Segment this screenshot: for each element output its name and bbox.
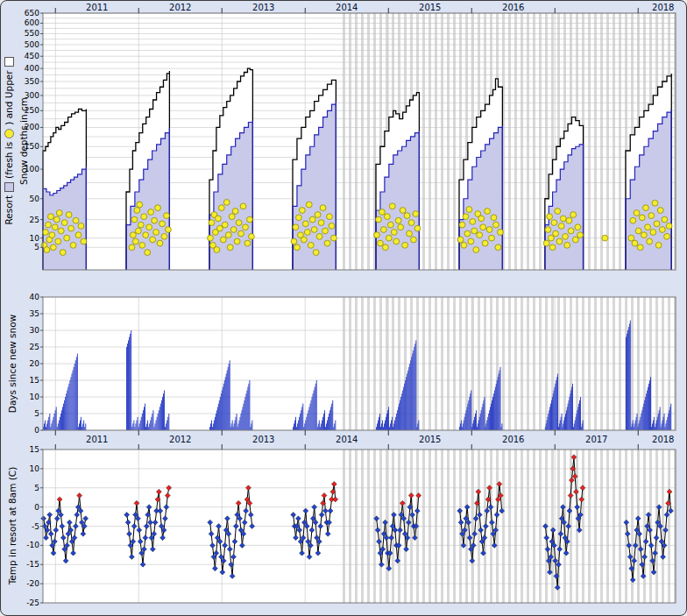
svg-text:600: 600 <box>25 18 39 27</box>
svg-text:10: 10 <box>30 464 40 473</box>
svg-text:0: 0 <box>34 503 39 512</box>
svg-text:2018: 2018 <box>652 3 674 12</box>
svg-text:100: 100 <box>25 165 39 173</box>
svg-text:2018: 2018 <box>652 435 674 444</box>
svg-text:25: 25 <box>30 216 39 224</box>
svg-text:2013: 2013 <box>252 435 274 444</box>
svg-text:2012: 2012 <box>169 3 191 12</box>
svg-text:2015: 2015 <box>419 3 441 12</box>
svg-text:-10: -10 <box>26 541 39 549</box>
svg-text:2014: 2014 <box>336 435 358 444</box>
svg-text:450: 450 <box>25 52 39 60</box>
svg-text:2017: 2017 <box>585 435 607 444</box>
svg-text:0: 0 <box>34 426 39 435</box>
svg-text:-20: -20 <box>26 579 39 588</box>
svg-text:30: 30 <box>30 326 40 335</box>
snow-history-chart: 6506005505004504003503002502001501005025… <box>0 0 687 616</box>
svg-text:500: 500 <box>25 40 39 49</box>
svg-text:2013: 2013 <box>252 3 274 12</box>
svg-text:250: 250 <box>25 106 39 115</box>
svg-text:-15: -15 <box>26 560 39 569</box>
svg-text:400: 400 <box>25 64 39 73</box>
svg-text:15: 15 <box>30 445 39 454</box>
svg-text:650: 650 <box>25 9 39 18</box>
svg-text:350: 350 <box>25 77 39 86</box>
svg-text:-5: -5 <box>32 522 39 531</box>
svg-text:2012: 2012 <box>169 435 191 444</box>
svg-text:2016: 2016 <box>502 435 524 444</box>
svg-text:150: 150 <box>25 142 39 151</box>
svg-text:-25: -25 <box>26 598 39 607</box>
svg-text:2011: 2011 <box>86 435 108 444</box>
svg-text:50: 50 <box>30 195 40 203</box>
svg-text:2014: 2014 <box>336 3 358 12</box>
svg-text:15: 15 <box>30 376 39 385</box>
svg-text:40: 40 <box>30 293 40 301</box>
svg-text:300: 300 <box>25 91 39 100</box>
svg-text:2016: 2016 <box>502 3 524 12</box>
svg-text:10: 10 <box>30 393 40 401</box>
svg-text:550: 550 <box>25 29 39 38</box>
svg-text:20: 20 <box>30 359 40 368</box>
svg-text:5: 5 <box>34 243 39 251</box>
svg-text:2011: 2011 <box>86 3 108 12</box>
svg-text:200: 200 <box>25 123 39 131</box>
svg-text:35: 35 <box>30 309 39 318</box>
svg-text:25: 25 <box>30 343 39 351</box>
svg-text:5: 5 <box>34 484 39 492</box>
svg-text:10: 10 <box>30 234 40 243</box>
chart-canvas: 6506005505004504003503002502001501005025… <box>1 1 687 616</box>
svg-text:5: 5 <box>34 409 39 418</box>
svg-text:2015: 2015 <box>419 435 441 444</box>
